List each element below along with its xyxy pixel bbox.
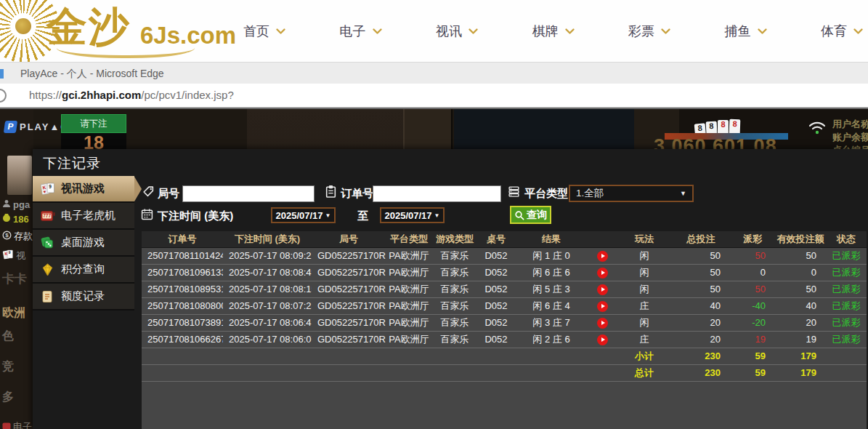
platform-select[interactable]: 1.全部 ▼ — [569, 185, 694, 202]
cell-status: 已派彩 — [826, 332, 867, 348]
site-logo[interactable]: 金沙 6Js.com — [0, 0, 240, 62]
bet-time-filter-label: 下注时间 (美东) — [158, 209, 233, 223]
bg-menu-item-多[interactable]: 多 — [2, 390, 14, 405]
bg-menu-item-label: 存款 — [14, 230, 33, 243]
cell-platform: PA欧洲厅 — [386, 298, 432, 314]
bet-records-table: 订单号下注时间 (美东)局号平台类型游戏类型桌号结果玩法总投注派彩有效投注额状态… — [142, 231, 867, 429]
table-row: 2507170810961332025-07-17 08:08:49GD0522… — [142, 265, 867, 281]
nav-item-2[interactable]: 电子 — [340, 23, 383, 40]
nav-item-4[interactable]: 棋牌 — [532, 23, 575, 40]
cell-result: 闲 1 庄 0 — [515, 248, 588, 264]
cell-total_bet: 50 — [672, 281, 730, 297]
play-video-button[interactable] — [597, 334, 608, 345]
search-button[interactable]: 查询 — [510, 206, 551, 224]
header-cell: 玩法 — [617, 231, 672, 247]
nav-item-label: 视讯 — [436, 23, 462, 40]
nav-item-label: 彩票 — [628, 23, 654, 40]
header-cell: 状态 — [826, 231, 867, 247]
moneybag-icon — [2, 213, 11, 225]
header-cell: 平台类型 — [386, 231, 432, 247]
cell-result: 闲 6 庄 4 — [515, 298, 588, 314]
cell-game: 百家乐 — [432, 265, 477, 281]
order-input[interactable] — [373, 185, 501, 202]
nav-item-5[interactable]: 彩票 — [628, 23, 671, 40]
sum-cell — [588, 365, 617, 381]
address-text[interactable]: https://gci.2hhapi.com/pc/pcv1/index.jsp… — [29, 84, 234, 106]
sum-cell — [477, 365, 515, 381]
bg-menu-item-label: 色 — [2, 329, 14, 344]
cell-time: 2025-07-17 08:07:23 — [223, 298, 312, 314]
cell-platform: PA欧洲厅 — [386, 315, 432, 331]
header-cell: 有效投注额 — [775, 231, 826, 247]
nav-item-6[interactable]: 捕鱼 — [725, 23, 768, 40]
account-info-label: 用户名称 — [832, 118, 868, 131]
sidebar-item-视讯游戏[interactable]: K♥9视讯游戏 — [33, 176, 134, 203]
sidebar-item-积分查询[interactable]: 积分查询 — [33, 257, 134, 284]
chevron-down-icon — [372, 28, 383, 35]
slot-red-icon — [2, 422, 11, 429]
cell-table_no: D052 — [477, 315, 515, 331]
cell-game: 百家乐 — [432, 298, 477, 314]
nav-item-7[interactable]: 体育 — [821, 23, 864, 40]
date-to-picker[interactable]: 2025/07/17▼ — [380, 207, 445, 223]
bg-menu-item-色[interactable]: 色 — [2, 329, 14, 344]
round-input[interactable] — [182, 185, 315, 202]
site-header: 金沙 6Js.com 首页电子视讯棋牌彩票捕鱼体育 — [0, 0, 868, 62]
bg-menu-item-label: 竞 — [2, 359, 14, 374]
bg-menu-item-label: 欧洲 — [2, 305, 25, 321]
cell-platform: PA欧洲厅 — [386, 281, 432, 297]
play-video-button[interactable] — [597, 251, 608, 262]
cell-status: 已派彩 — [826, 315, 867, 331]
cell-play — [588, 298, 617, 314]
nav-item-3[interactable]: 视讯 — [436, 23, 479, 40]
play-video-button[interactable] — [597, 268, 608, 278]
cell-status: 已派彩 — [826, 265, 867, 281]
header-cell: 结果 — [515, 231, 588, 247]
url-bar[interactable]: https://gci.2hhapi.com/pc/pcv1/index.jsp… — [0, 84, 868, 108]
date-from-picker[interactable]: 2025/07/17▼ — [271, 207, 336, 223]
bg-menu-item-欧洲[interactable]: 欧洲 — [2, 305, 25, 321]
cell-valid_bet: 0 — [775, 265, 826, 281]
bg-menu-item-存款[interactable]: $存款 — [2, 230, 33, 243]
cell-bet_on: 闲 — [617, 281, 672, 297]
cell-bet_on: 闲 — [617, 315, 672, 331]
cell-round: GD052257170RO — [312, 281, 386, 297]
cell-valid_bet: 40 — [775, 298, 826, 314]
window-icon — [0, 69, 4, 79]
bg-menu-item-186[interactable]: 186 — [2, 213, 29, 225]
sidebar-item-label: 桌面游戏 — [61, 236, 105, 249]
bg-menu-item-竞[interactable]: 竞 — [2, 359, 14, 374]
cell-table_no: D052 — [477, 332, 515, 348]
sum-cell: 179 — [775, 365, 826, 381]
cell-platform: PA欧洲厅 — [386, 265, 432, 281]
play-video-button[interactable] — [597, 284, 608, 295]
cell-total_bet: 50 — [672, 265, 730, 281]
svg-text:$: $ — [5, 232, 9, 238]
cell-game: 百家乐 — [432, 281, 477, 297]
header-cell: 桌号 — [477, 231, 515, 247]
cell-total_bet: 40 — [672, 298, 730, 314]
screen: 金沙 6Js.com 首页电子视讯棋牌彩票捕鱼体育 PlayAce - 个人 -… — [0, 0, 868, 429]
subtotal-row: 小计23059179 — [142, 348, 867, 365]
sidebar-item-label: 视讯游戏 — [61, 182, 105, 196]
cell-result: 闲 3 庄 7 — [515, 315, 588, 331]
sidebar-item-桌面游戏[interactable]: 桌面游戏 — [33, 230, 134, 257]
bg-menu-item-label: 卡卡 — [2, 270, 27, 287]
table-row: 2507170810895312025-07-17 08:08:15GD0522… — [142, 281, 867, 298]
sidebar-item-电子老虎机[interactable]: 777电子老虎机 — [33, 203, 134, 230]
search-icon — [514, 210, 524, 220]
bg-menu-item-pga[interactable]: pga — [2, 199, 30, 210]
bg-menu-item-电子[interactable]: 电子 — [2, 420, 32, 429]
svg-text:777: 777 — [43, 213, 51, 218]
nav-item-1[interactable]: 首页 — [243, 23, 286, 40]
cell-order: 250717081101424 — [142, 248, 223, 264]
modal-title: 下注记录 — [43, 154, 101, 173]
cell-table_no: D052 — [477, 248, 515, 264]
sidebar-item-额度记录[interactable]: 额度记录 — [33, 284, 134, 310]
reload-icon[interactable] — [0, 89, 7, 103]
play-video-button[interactable] — [597, 318, 608, 329]
play-video-button[interactable] — [597, 301, 608, 312]
cell-round: GD052257170RL — [312, 332, 386, 348]
bg-menu-item-卡卡[interactable]: 卡卡 — [2, 270, 27, 287]
bg-menu-item-视[interactable]: K9视 — [2, 249, 25, 262]
